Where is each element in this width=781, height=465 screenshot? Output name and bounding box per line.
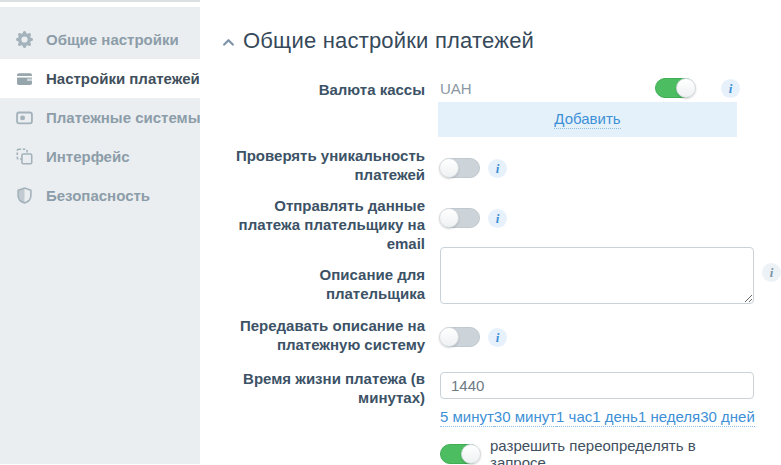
settings-sidebar: Общие настройки Настройки платежей Плате… [0,7,200,464]
preset-30-days[interactable]: 30 дней [700,408,755,427]
sidebar-item-payment-settings[interactable]: Настройки платежей [0,59,200,98]
section-header: Общие настройки платежей [222,28,534,54]
main-content: Общие настройки платежей Валюта кассы UA… [200,0,781,465]
payer-description-textarea[interactable] [440,247,754,304]
sidebar-item-interface[interactable]: Интерфейс [0,137,200,176]
lifetime-override-toggle[interactable] [440,444,480,464]
payment-lifetime-input[interactable] [440,372,754,399]
pass-description-toggle[interactable] [440,327,480,347]
pass-description-info-icon[interactable]: i [488,328,507,347]
toggle-knob [461,444,481,464]
shield-icon [16,187,33,204]
currency-info-icon[interactable]: i [721,79,740,98]
sidebar-item-label: Общие настройки [46,31,179,48]
sidebar-item-label: Интерфейс [46,148,130,165]
pass-description-label: Передавать описание на платежную систему [222,316,425,354]
preset-1-hour[interactable]: 1 час [556,408,592,427]
add-currency-box: Добавить [438,102,737,137]
add-currency-button[interactable]: Добавить [554,110,620,129]
collapse-section-icon[interactable] [222,38,236,47]
row-payment-lifetime: Время жизни платежа (в минутах) 5 минут … [222,367,754,465]
check-uniqueness-toggle[interactable] [440,158,480,178]
row-payer-description: Описание для плательщика i [222,243,754,308]
sidebar-item-label: Платежные системы [46,109,200,126]
toggle-knob [676,78,696,98]
preset-30-minutes[interactable]: 30 минут [494,408,556,427]
preset-1-day[interactable]: 1 день [592,408,638,427]
payment-lifetime-label: Время жизни платежа (в минутах) [222,367,425,465]
sidebar-item-general-settings[interactable]: Общие настройки [0,20,200,59]
check-uniqueness-label: Проверять уникальность платежей [222,146,425,184]
sidebar-item-label: Безопасность [46,187,150,204]
row-cash-currency: Валюта кассы UAH i [222,72,754,99]
sidebar-item-security[interactable]: Безопасность [0,176,200,215]
row-pass-description: Передавать описание на платежную систему… [222,316,754,354]
payer-description-info-icon[interactable]: i [762,263,781,282]
send-payment-email-info-icon[interactable]: i [488,209,507,228]
lifetime-presets: 5 минут 30 минут 1 час 1 день 1 неделя 3… [440,408,754,427]
lifetime-override-row: разрешить переопределять в запросе [440,437,754,465]
row-check-uniqueness: Проверять уникальность платежей i [222,146,754,184]
currency-toggle[interactable] [655,78,695,98]
wallet-icon [16,70,33,87]
payer-description-label: Описание для плательщика [222,243,425,308]
cash-currency-label: Валюта кассы [222,72,425,99]
gear-icon [16,31,33,48]
send-payment-email-toggle[interactable] [440,208,480,228]
currency-value: UAH [440,80,472,97]
sidebar-item-payment-systems[interactable]: Платежные системы [0,98,200,137]
lifetime-override-label: разрешить переопределять в запросе [490,437,754,465]
toggle-knob [439,327,459,347]
check-uniqueness-info-icon[interactable]: i [488,159,507,178]
interface-windows-icon [16,148,33,165]
sidebar-item-label: Настройки платежей [46,70,200,87]
toggle-knob [439,158,459,178]
payment-card-icon [16,109,33,126]
preset-5-minutes[interactable]: 5 минут [440,408,494,427]
section-title: Общие настройки платежей [243,28,534,54]
toggle-knob [439,208,459,228]
preset-1-week[interactable]: 1 неделя [638,408,700,427]
